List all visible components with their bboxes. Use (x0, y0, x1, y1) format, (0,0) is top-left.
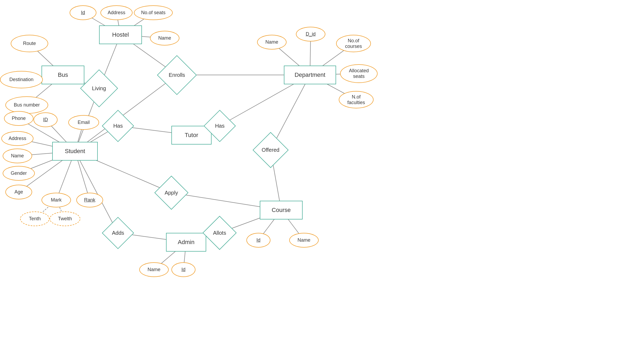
attribute-hostel_seats: No.of seats (134, 5, 173, 20)
attribute-dept_courses: No.of courses (336, 35, 371, 52)
attribute-course_name: Name (289, 233, 319, 248)
attribute-student_phone: Phone (4, 111, 33, 126)
attribute-student_tenth: Tenth (20, 211, 50, 226)
entity-hostel: Hostel (99, 25, 142, 44)
svg-line-38 (75, 151, 118, 233)
entity-admin: Admin (166, 233, 206, 252)
attribute-admin_name: Name (139, 262, 169, 277)
er-diagram: BusHostelStudentTutorDepartmentAdminCour… (0, 0, 632, 364)
attribute-bus_destination: Destination (0, 71, 43, 88)
attribute-student_email: Email (68, 115, 99, 130)
attribute-student_gender: Gender (3, 166, 35, 181)
relationship-has1: Has (102, 110, 134, 142)
attribute-student_rank: Rank (76, 193, 103, 207)
entity-student: Student (52, 142, 98, 161)
attribute-dept_seats: Allocated seats (340, 64, 378, 83)
attribute-hostel_address: Address (100, 5, 133, 20)
attribute-course_id: Id (246, 233, 270, 248)
attribute-bus_number: Bus number (5, 96, 48, 114)
attribute-dept_faculties: N.of faculties (339, 91, 374, 108)
entity-course: Course (260, 201, 303, 219)
attribute-hostel_name: Name (150, 31, 179, 46)
relationship-allots: Allots (202, 216, 236, 250)
attribute-student_id: ID (33, 112, 58, 127)
relationship-enrolls: Enrolls (157, 55, 197, 95)
attribute-admin_id: Id (171, 262, 195, 277)
attribute-student_address: Address (1, 131, 33, 146)
attribute-dept_did: D_id (296, 27, 325, 41)
attribute-student_mark: Mark (42, 193, 71, 207)
attribute-student_age: Age (5, 185, 32, 199)
attribute-bus_route: Route (11, 35, 48, 52)
entity-department: Department (284, 66, 336, 84)
attribute-student_twelth: Twelth (50, 211, 80, 226)
attribute-dept_name: Name (257, 35, 287, 50)
attribute-student_name: Name (3, 149, 32, 163)
relationship-living: Living (80, 69, 118, 107)
entity-bus: Bus (42, 66, 84, 84)
relationship-adds: Adds (102, 217, 134, 249)
entity-tutor: Tutor (171, 126, 212, 145)
relationship-offered: Offered (253, 132, 288, 168)
attribute-hostel_id: Id (70, 5, 96, 20)
relationship-apply: Apply (154, 176, 188, 210)
